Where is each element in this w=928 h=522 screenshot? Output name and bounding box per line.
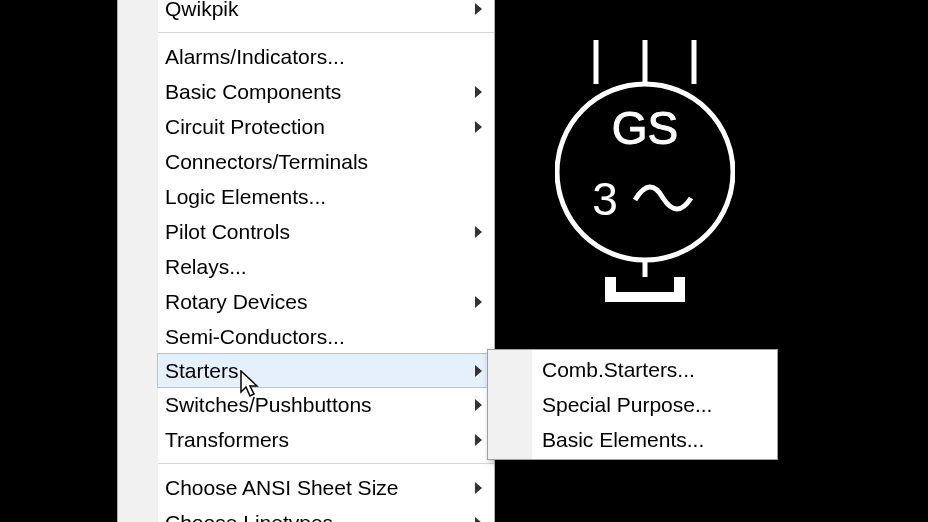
svg-text:3: 3 [592,173,618,225]
menu-item-logic-elements[interactable]: Logic Elements... [158,179,494,214]
submenu-item-label: Basic Elements... [542,428,704,452]
menu-item-label: Choose ANSI Sheet Size [165,476,398,500]
menu-item-label: Basic Components [165,80,341,104]
menu-item-starters[interactable]: Starters [157,353,495,388]
menu-item-transformers[interactable]: Transformers [158,422,494,457]
menu-item-label: Rotary Devices [165,290,307,314]
menu-item-label: Switches/Pushbuttons [165,393,372,417]
chevron-right-icon [475,482,482,494]
menu-item-label: Alarms/Indicators... [165,45,345,69]
chevron-right-icon [475,517,482,523]
menu-item-connectors-terminals[interactable]: Connectors/Terminals [158,144,494,179]
menu-item-label: Circuit Protection [165,115,325,139]
submenu-item-label: Comb.Starters... [542,358,695,382]
context-menu: QwikpikAlarms/Indicators...Basic Compone… [117,0,495,522]
chevron-right-icon [475,434,482,446]
menu-item-label: Choose Linetypes [165,511,333,523]
chevron-right-icon [475,296,482,308]
submenu-item-comb-starters[interactable]: Comb.Starters... [532,352,777,387]
menu-item-label: Relays... [165,255,247,279]
chevron-right-icon [475,399,482,411]
menu-item-label: Starters [165,359,239,383]
menu-item-switches-pushbuttons[interactable]: Switches/Pushbuttons [158,387,494,422]
menu-item-alarms-indicators[interactable]: Alarms/Indicators... [158,39,494,74]
menu-item-rotary-devices[interactable]: Rotary Devices [158,284,494,319]
menu-item-semi-conductors[interactable]: Semi-Conductors... [158,319,494,354]
menu-item-label: Connectors/Terminals [165,150,368,174]
menu-separator [158,463,494,464]
chevron-right-icon [475,86,482,98]
submenu-item-label: Special Purpose... [542,393,712,417]
menu-item-circuit-protection[interactable]: Circuit Protection [158,109,494,144]
chevron-right-icon [475,121,482,133]
menu-item-choose-linetypes[interactable]: Choose Linetypes [158,505,494,522]
svg-rect-6 [616,277,674,292]
chevron-right-icon [475,3,482,15]
starters-submenu: Comb.Starters...Special Purpose...Basic … [487,349,778,460]
menu-item-relays[interactable]: Relays... [158,249,494,284]
menu-item-label: Logic Elements... [165,185,326,209]
chevron-right-icon [475,226,482,238]
submenu-item-basic-elements[interactable]: Basic Elements... [532,422,777,457]
svg-text:GS: GS [612,102,678,154]
menu-item-label: Transformers [165,428,289,452]
menu-item-qwikpik[interactable]: Qwikpik [158,0,494,26]
chevron-right-icon [475,365,482,377]
submenu-item-special-purpose[interactable]: Special Purpose... [532,387,777,422]
menu-item-pilot-controls[interactable]: Pilot Controls [158,214,494,249]
symbol-preview: GS 3 [555,40,735,320]
menu-item-basic-components[interactable]: Basic Components [158,74,494,109]
menu-separator [158,32,494,33]
menu-item-label: Qwikpik [165,0,239,21]
menu-item-label: Pilot Controls [165,220,290,244]
menu-item-label: Semi-Conductors... [165,325,345,349]
menu-item-choose-ansi-sheet-size[interactable]: Choose ANSI Sheet Size [158,470,494,505]
